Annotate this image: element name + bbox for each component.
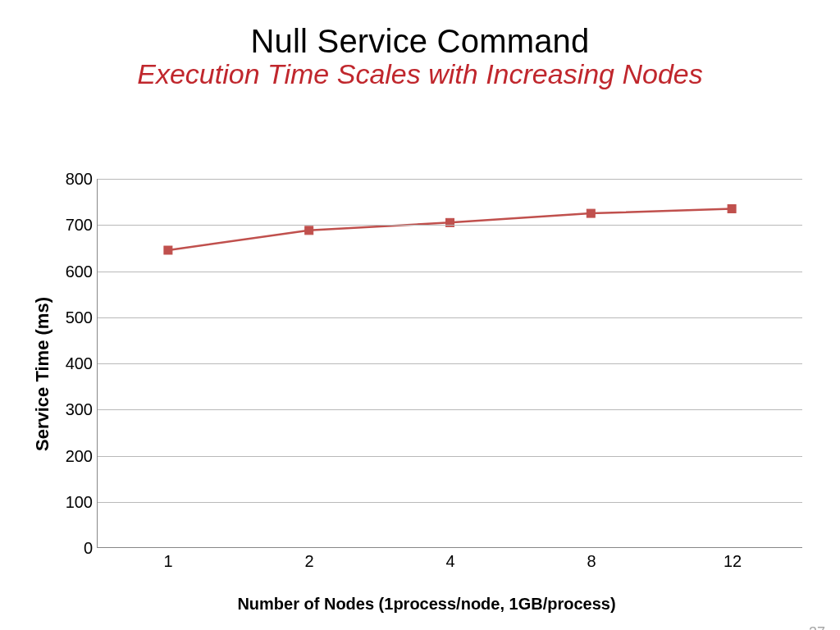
grid-line	[98, 272, 802, 272]
y-tick-label: 700	[66, 216, 93, 235]
y-axis-label: Service Time (ms)	[32, 297, 53, 451]
grid-line	[98, 225, 802, 226]
slide-subtitle: Execution Time Scales with Increasing No…	[0, 58, 840, 90]
y-tick-label: 200	[66, 446, 93, 465]
y-tick-label: 600	[66, 262, 93, 281]
data-point-marker	[728, 204, 736, 212]
y-tick-label: 500	[66, 308, 93, 326]
grid-line	[98, 179, 802, 180]
grid-line	[98, 502, 802, 503]
chart-container: Service Time (ms) 0100200300400500600700…	[49, 144, 804, 604]
x-tick-label: 4	[445, 552, 454, 571]
grid-line	[98, 456, 802, 457]
y-tick-label: 800	[66, 170, 93, 189]
data-point-marker	[587, 209, 595, 217]
x-tick-label: 8	[587, 552, 596, 571]
y-tick-label: 300	[66, 400, 93, 419]
data-point-marker	[305, 226, 313, 235]
grid-line	[98, 409, 802, 410]
x-axis-label: Number of Nodes (1process/node, 1GB/proc…	[237, 595, 615, 614]
y-tick-label: 0	[84, 539, 93, 558]
slide: Null Service Command Execution Time Scal…	[0, 23, 840, 630]
plot-area: 0100200300400500600700800124812	[97, 179, 802, 548]
page-number: 37	[809, 624, 825, 630]
data-point-marker	[164, 246, 172, 254]
x-tick-label: 1	[163, 552, 172, 571]
x-tick-label: 2	[304, 552, 313, 571]
y-tick-label: 400	[66, 354, 93, 373]
y-tick-label: 100	[66, 492, 93, 511]
slide-title: Null Service Command	[0, 23, 840, 60]
grid-line	[98, 363, 802, 364]
grid-line	[98, 317, 802, 318]
series-line	[168, 208, 732, 250]
x-tick-label: 12	[724, 552, 742, 571]
